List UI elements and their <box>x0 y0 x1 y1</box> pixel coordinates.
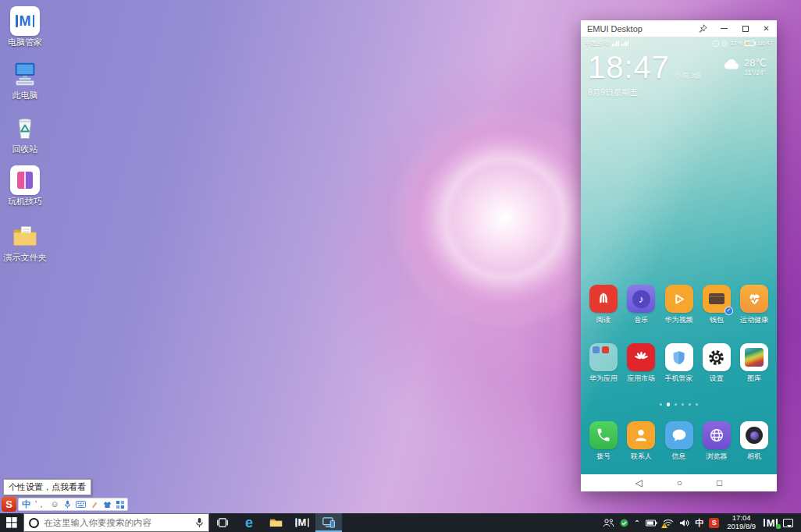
weather-widget[interactable]: 28℃ 31°/24° <box>722 58 767 76</box>
search-input[interactable] <box>44 518 190 527</box>
action-center-icon[interactable] <box>783 519 796 527</box>
people-icon[interactable] <box>603 518 614 527</box>
taskbar-pc-manager[interactable]: M <box>289 513 315 532</box>
desktop-icon-pc-manager[interactable]: M 电脑管家 <box>2 6 48 47</box>
tray-battery-icon[interactable] <box>646 520 657 527</box>
ime-skin-icon[interactable] <box>103 501 112 509</box>
taskbar-file-explorer[interactable] <box>262 513 289 532</box>
camera-icon <box>740 421 768 449</box>
app-browser[interactable]: 浏览器 <box>700 421 734 462</box>
cortana-icon[interactable] <box>29 518 39 528</box>
app-label: 拨号 <box>586 452 621 462</box>
desktop-icon-label: 回收站 <box>2 144 48 154</box>
app-huawei-video[interactable]: 华为视频 <box>662 285 696 325</box>
start-button[interactable] <box>0 513 23 532</box>
weather-range: 31°/24° <box>744 69 767 76</box>
nav-back-button[interactable]: ◁ <box>635 478 643 488</box>
folder-huawei-apps[interactable]: 华为应用 <box>586 343 621 384</box>
maximize-button[interactable] <box>735 20 756 37</box>
wifi-warning-icon[interactable] <box>663 519 674 527</box>
app-messages[interactable]: 信息 <box>662 421 696 462</box>
wallet-verified-badge: ✓ <box>724 307 733 315</box>
desktop-icon-tips[interactable]: 玩机技巧 <box>2 165 48 206</box>
desktop-icon-demo-folder[interactable]: 演示文件夹 <box>2 222 48 262</box>
hidden-icons-chevron[interactable]: ⌃ <box>634 519 640 527</box>
nav-home-button[interactable]: ○ <box>677 478 682 488</box>
file-explorer-icon <box>269 517 283 528</box>
taskbar-search[interactable] <box>23 513 209 532</box>
ime-toolbar[interactable]: S 中 ’， ☺ <box>2 497 128 512</box>
app-label: 钱包 <box>700 315 734 325</box>
taskbar-emui-desktop[interactable] <box>315 513 342 532</box>
carrier-label: 中国移动 <box>585 39 610 48</box>
sogou-tray-icon[interactable]: S <box>709 518 719 528</box>
pin-window-button[interactable] <box>692 20 714 37</box>
emui-desktop-window: EMUI Desktop ✕ 中国移动 17% <box>581 20 777 491</box>
ime-punctuation-icon[interactable]: ’， <box>35 500 45 509</box>
pc-manager-icon: M <box>10 6 40 36</box>
ime-chinese-mode-icon[interactable]: 中 <box>22 500 30 509</box>
app-appgallery[interactable]: 应用市场 <box>624 343 658 384</box>
app-gallery[interactable]: 图库 <box>737 343 771 384</box>
tray-clock[interactable]: 17:04 2019/8/9 <box>724 514 758 531</box>
taskbar-edge[interactable]: e <box>236 513 262 532</box>
phone-screen: 中国移动 17% 18:47 18:47 小雨 3级 8月9 <box>581 37 777 474</box>
recycle-bin-icon <box>10 113 40 143</box>
ime-indicator[interactable]: 中 <box>695 517 703 529</box>
search-mic-icon[interactable] <box>195 517 204 528</box>
health-icon <box>740 285 768 313</box>
statusbar-time: 18:47 <box>757 40 773 47</box>
battery-percent-label: 17% <box>730 40 742 47</box>
desktop-icon-recycle-bin[interactable]: 回收站 <box>2 113 48 154</box>
app-music[interactable]: ♪ 音乐 <box>624 285 658 325</box>
app-health[interactable]: 运动健康 <box>737 285 771 325</box>
ime-keyboard-icon[interactable] <box>76 501 86 508</box>
desktop-icon-this-pc[interactable]: 此电脑 <box>2 59 48 100</box>
dock-row: 拨号 联系人 信息 浏 <box>581 421 777 462</box>
volume-icon[interactable] <box>679 519 689 527</box>
ime-mic-icon[interactable] <box>64 500 71 509</box>
messages-icon <box>665 421 693 449</box>
page-indicator <box>581 403 777 406</box>
app-label: 联系人 <box>624 452 658 462</box>
nav-recents-button[interactable]: □ <box>717 478 722 488</box>
pc-manager-tray-icon[interactable]: M <box>764 518 778 528</box>
app-label: 手机管家 <box>662 374 696 384</box>
ime-emoji-icon[interactable]: ☺ <box>50 500 59 509</box>
phone-manager-icon <box>665 343 693 371</box>
window-titlebar[interactable]: EMUI Desktop ✕ <box>581 20 777 37</box>
signal-icon <box>612 41 619 47</box>
app-reader[interactable]: 阅读 <box>586 285 621 325</box>
ime-toolbox-icon[interactable] <box>116 501 124 509</box>
app-wallet[interactable]: ✓ 钱包 <box>700 285 734 325</box>
clock-widget[interactable]: 18:47 小雨 3级 8月9日星期五 <box>588 51 702 98</box>
desktop-icon-label: 玩机技巧 <box>2 197 48 206</box>
app-label: 浏览器 <box>700 452 734 462</box>
app-label: 设置 <box>700 374 734 384</box>
widget-time: 18:47 <box>588 51 670 83</box>
gallery-icon <box>740 343 768 371</box>
sogou-logo-icon[interactable]: S <box>2 497 16 512</box>
app-camera[interactable]: 相机 <box>737 421 771 462</box>
ime-tooltip[interactable]: 个性设置，点我看看 <box>3 479 91 495</box>
app-phone-manager[interactable]: 手机管家 <box>662 343 696 384</box>
contacts-icon <box>627 421 655 449</box>
app-label: 运动健康 <box>737 315 771 325</box>
this-pc-icon <box>10 59 40 89</box>
edge-icon: e <box>245 516 253 530</box>
window-title: EMUI Desktop <box>587 24 692 34</box>
antivirus-tray-icon[interactable] <box>620 519 628 527</box>
minimize-button[interactable] <box>714 20 735 37</box>
app-label: 华为视频 <box>662 315 696 325</box>
desktop-icon-label: 演示文件夹 <box>2 253 48 262</box>
ime-handwriting-icon[interactable] <box>91 501 98 509</box>
widget-date: 8月9日星期五 <box>588 87 702 98</box>
battery-icon <box>745 41 755 46</box>
widget-condition: 小雨 3级 <box>675 71 702 81</box>
task-view-button[interactable] <box>209 513 236 532</box>
phone-statusbar: 中国移动 17% 18:47 <box>581 37 777 49</box>
app-contacts[interactable]: 联系人 <box>624 421 658 462</box>
app-settings[interactable]: 设置 <box>700 343 734 384</box>
app-dialer[interactable]: 拨号 <box>586 421 621 462</box>
close-button[interactable]: ✕ <box>756 20 777 37</box>
